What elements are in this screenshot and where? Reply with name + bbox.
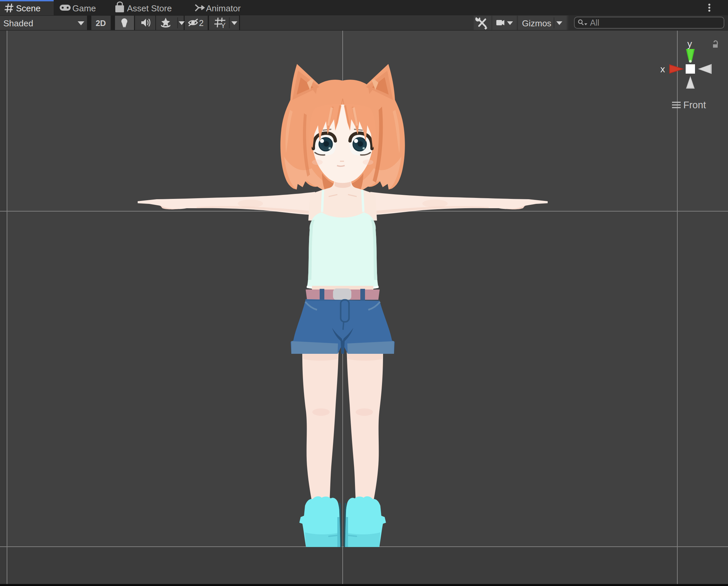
svg-text:Y: Y <box>221 21 226 30</box>
svg-text:All: All <box>590 18 599 27</box>
svg-text:Game: Game <box>72 3 96 13</box>
svg-text:x: x <box>660 64 665 74</box>
svg-text:Shaded: Shaded <box>3 18 33 28</box>
svg-text:Scene: Scene <box>16 3 41 13</box>
svg-text:Asset Store: Asset Store <box>127 3 172 13</box>
svg-text:y: y <box>687 38 692 49</box>
svg-text:Animator: Animator <box>206 3 241 13</box>
svg-text:Front: Front <box>683 100 706 110</box>
svg-text:2D: 2D <box>96 19 106 28</box>
svg-text:2: 2 <box>199 18 204 28</box>
svg-text:Gizmos: Gizmos <box>522 18 551 28</box>
